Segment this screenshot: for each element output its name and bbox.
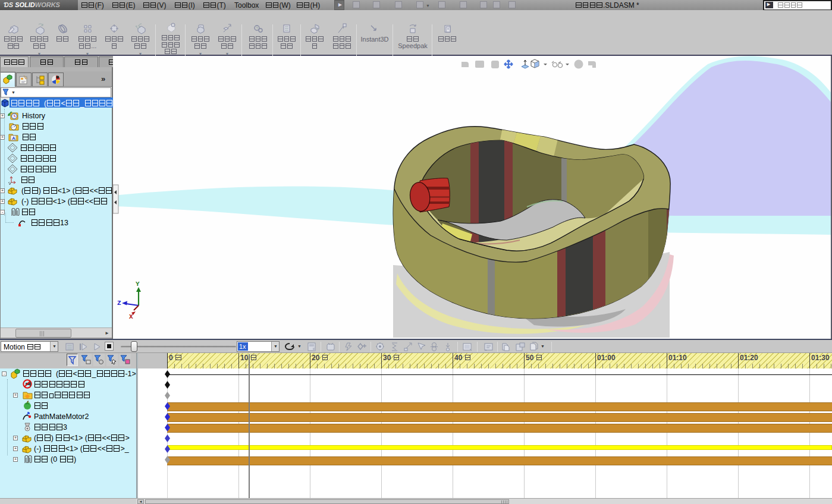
svg-text:Z: Z (117, 300, 121, 307)
svg-text:A: A (12, 136, 15, 141)
svg-text:Y: Y (136, 281, 140, 288)
svg-text:X: X (129, 313, 133, 320)
